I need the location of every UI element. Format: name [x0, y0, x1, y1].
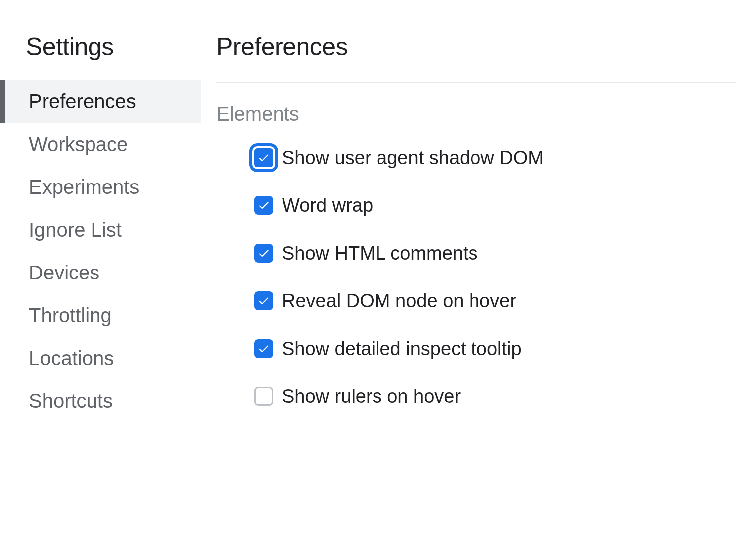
- sidebar-item-ignore-list[interactable]: Ignore List: [0, 208, 201, 251]
- checkbox-icon[interactable]: [254, 339, 273, 358]
- sidebar-item-shortcuts[interactable]: Shortcuts: [0, 379, 201, 422]
- option-label: Show user agent shadow DOM: [282, 148, 544, 167]
- option-reveal-dom-node-on-hover[interactable]: Reveal DOM node on hover: [254, 291, 736, 310]
- sidebar-item-label: Experiments: [29, 176, 139, 198]
- sidebar-item-locations[interactable]: Locations: [0, 337, 201, 379]
- settings-sidebar: Settings Preferences Workspace Experimen…: [0, 0, 201, 552]
- main-panel: Preferences Elements Show user agent sha…: [201, 0, 756, 552]
- sidebar-item-label: Devices: [29, 262, 99, 283]
- sidebar-item-label: Preferences: [29, 91, 136, 112]
- option-show-rulers-on-hover[interactable]: Show rulers on hover: [254, 387, 736, 406]
- sidebar-item-throttling[interactable]: Throttling: [0, 294, 201, 337]
- divider: [216, 82, 736, 83]
- sidebar-item-label: Ignore List: [29, 219, 122, 241]
- option-label: Show HTML comments: [282, 244, 477, 263]
- check-icon: [257, 151, 270, 164]
- checkbox-icon[interactable]: [254, 387, 273, 406]
- check-icon: [257, 342, 270, 355]
- sidebar-item-workspace[interactable]: Workspace: [0, 123, 201, 166]
- option-label: Reveal DOM node on hover: [282, 291, 516, 310]
- option-show-html-comments[interactable]: Show HTML comments: [254, 244, 736, 263]
- sidebar-title: Settings: [0, 32, 201, 80]
- sidebar-item-label: Workspace: [29, 133, 128, 155]
- sidebar-item-preferences[interactable]: Preferences: [0, 80, 201, 123]
- sidebar-item-devices[interactable]: Devices: [0, 251, 201, 294]
- check-icon: [257, 247, 270, 260]
- sidebar-item-label: Throttling: [29, 304, 112, 326]
- sidebar-item-experiments[interactable]: Experiments: [0, 166, 201, 208]
- option-show-user-agent-shadow-dom[interactable]: Show user agent shadow DOM: [254, 148, 736, 167]
- check-icon: [257, 199, 270, 212]
- option-word-wrap[interactable]: Word wrap: [254, 196, 736, 215]
- checkbox-icon[interactable]: [254, 148, 273, 167]
- sidebar-item-label: Locations: [29, 347, 114, 369]
- option-show-detailed-inspect-tooltip[interactable]: Show detailed inspect tooltip: [254, 339, 736, 358]
- page-title: Preferences: [216, 32, 736, 82]
- checkbox-icon[interactable]: [254, 291, 273, 310]
- options-list: Show user agent shadow DOM Word wrap Sho…: [216, 148, 736, 406]
- option-label: Word wrap: [282, 196, 373, 215]
- checkbox-icon[interactable]: [254, 244, 273, 263]
- sidebar-item-label: Shortcuts: [29, 390, 113, 412]
- check-icon: [257, 294, 270, 307]
- option-label: Show detailed inspect tooltip: [282, 339, 522, 358]
- checkbox-icon[interactable]: [254, 196, 273, 215]
- section-title-elements: Elements: [216, 103, 736, 125]
- option-label: Show rulers on hover: [282, 387, 461, 406]
